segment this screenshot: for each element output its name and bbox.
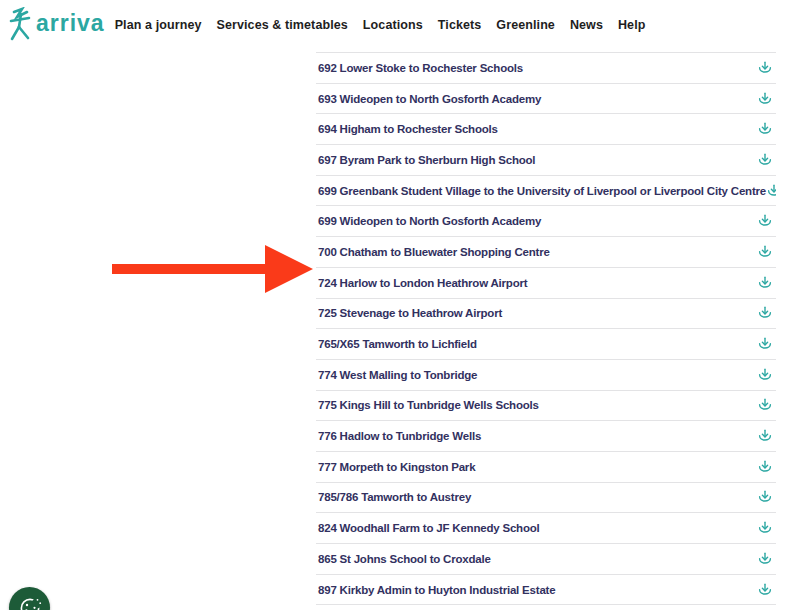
cookie-icon (17, 595, 43, 610)
route-label: 724 Harlow to London Heathrow Airport (316, 277, 527, 289)
route-label: 865 St Johns School to Croxdale (316, 553, 491, 565)
nav-help[interactable]: Help (618, 18, 646, 32)
route-label: 692 Lower Stoke to Rochester Schools (316, 62, 523, 74)
download-icon[interactable] (766, 183, 776, 199)
route-row[interactable]: 724 Harlow to London Heathrow Airport (316, 268, 776, 299)
route-row[interactable]: 785/786 Tamworth to Austrey (316, 483, 776, 514)
download-icon[interactable] (757, 305, 773, 321)
route-label: 700 Chatham to Bluewater Shopping Centre (316, 246, 550, 258)
download-icon[interactable] (757, 520, 773, 536)
route-row[interactable]: 865 St Johns School to Croxdale (316, 544, 776, 575)
nav-locations[interactable]: Locations (363, 18, 423, 32)
download-icon[interactable] (757, 397, 773, 413)
route-row[interactable]: 897 Kirkby Admin to Huyton Industrial Es… (316, 575, 776, 606)
arriva-figure-icon (8, 7, 34, 41)
route-row[interactable]: 725 Stevenage to Heathrow Airport (316, 299, 776, 330)
route-row[interactable]: 777 Morpeth to Kingston Park (316, 452, 776, 483)
download-icon[interactable] (757, 336, 773, 352)
route-label: 776 Hadlow to Tunbridge Wells (316, 430, 481, 442)
route-label: 774 West Malling to Tonbridge (316, 369, 477, 381)
route-label: 693 Wideopen to North Gosforth Academy (316, 93, 541, 105)
route-row[interactable]: 774 West Malling to Tonbridge (316, 360, 776, 391)
nav-greenline[interactable]: Greenline (496, 18, 555, 32)
route-label: 775 Kings Hill to Tunbridge Wells School… (316, 399, 539, 411)
download-icon[interactable] (757, 582, 773, 598)
route-row[interactable]: 776 Hadlow to Tunbridge Wells (316, 421, 776, 452)
route-row[interactable]: 700 Chatham to Bluewater Shopping Centre (316, 237, 776, 268)
route-row[interactable]: 693 Wideopen to North Gosforth Academy (316, 84, 776, 115)
arriva-logo[interactable]: arriva (8, 9, 105, 41)
nav-tickets[interactable]: Tickets (438, 18, 482, 32)
download-icon[interactable] (757, 152, 773, 168)
route-label: 725 Stevenage to Heathrow Airport (316, 307, 502, 319)
route-label: 694 Higham to Rochester Schools (316, 123, 498, 135)
download-icon[interactable] (757, 60, 773, 76)
main-nav: Plan a journey Services & timetables Loc… (115, 18, 646, 32)
download-icon[interactable] (757, 428, 773, 444)
download-icon[interactable] (757, 244, 773, 260)
route-row[interactable]: 775 Kings Hill to Tunbridge Wells School… (316, 391, 776, 422)
pointer-arrow-icon (110, 243, 316, 295)
route-label: 897 Kirkby Admin to Huyton Industrial Es… (316, 584, 555, 596)
route-label: 765/X65 Tamworth to Lichfield (316, 338, 477, 350)
download-icon[interactable] (757, 367, 773, 383)
nav-news[interactable]: News (570, 18, 603, 32)
nav-plan-a-journey[interactable]: Plan a journey (115, 18, 202, 32)
download-icon[interactable] (757, 489, 773, 505)
route-row[interactable]: 697 Byram Park to Sherburn High School (316, 145, 776, 176)
route-label: 699 Wideopen to North Gosforth Academy (316, 215, 541, 227)
timetable-route-list: 692 Lower Stoke to Rochester Schools 693… (316, 52, 776, 605)
download-icon[interactable] (757, 459, 773, 475)
route-row[interactable]: 699 Wideopen to North Gosforth Academy (316, 206, 776, 237)
route-row[interactable]: 765/X65 Tamworth to Lichfield (316, 329, 776, 360)
route-row[interactable]: 824 Woodhall Farm to JF Kennedy School (316, 513, 776, 544)
download-icon[interactable] (757, 551, 773, 567)
route-label: 777 Morpeth to Kingston Park (316, 461, 475, 473)
download-icon[interactable] (757, 91, 773, 107)
route-row[interactable]: 694 Higham to Rochester Schools (316, 114, 776, 145)
download-icon[interactable] (757, 213, 773, 229)
route-label: 785/786 Tamworth to Austrey (316, 491, 471, 503)
cookie-consent-button[interactable] (9, 587, 50, 610)
route-label: 697 Byram Park to Sherburn High School (316, 154, 535, 166)
route-row[interactable]: 692 Lower Stoke to Rochester Schools (316, 53, 776, 84)
nav-services-timetables[interactable]: Services & timetables (217, 18, 348, 32)
route-label: 699 Greenbank Student Village to the Uni… (316, 185, 766, 197)
download-icon[interactable] (757, 121, 773, 137)
download-icon[interactable] (757, 275, 773, 291)
site-header: arriva Plan a journey Services & timetab… (0, 0, 800, 50)
brand-name: arriva (36, 10, 105, 37)
route-label: 824 Woodhall Farm to JF Kennedy School (316, 522, 540, 534)
route-row[interactable]: 699 Greenbank Student Village to the Uni… (316, 176, 776, 207)
